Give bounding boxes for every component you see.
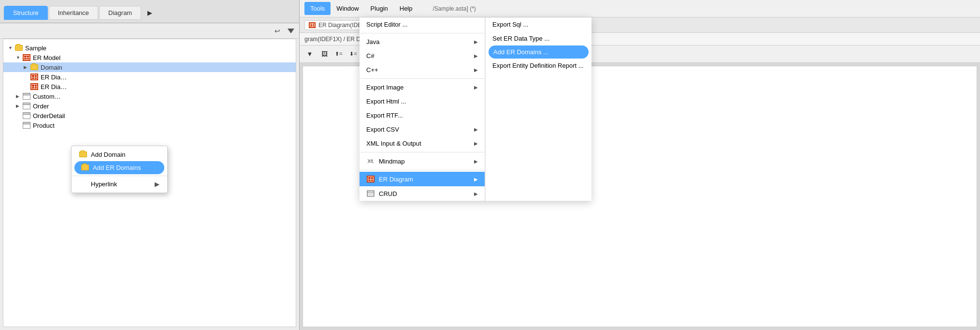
er-icon — [30, 73, 39, 81]
svg-line-4 — [372, 162, 374, 163]
dd-export-image[interactable]: Export Image ▶ — [360, 80, 485, 94]
menu-item-label: Add ER Domains — [93, 164, 141, 171]
arrow-icon — [24, 84, 29, 89]
menu-plugin[interactable]: Plugin — [365, 2, 394, 15]
arrow-icon: ▼ — [8, 45, 13, 50]
dd-label: Script Editor ... — [366, 21, 407, 28]
submenu-arrow-icon: ▶ — [474, 85, 478, 90]
sub-add-er-domains[interactable]: Add ER Domains ... — [489, 45, 589, 59]
dd-script-editor[interactable]: Script Editor ... — [360, 17, 485, 31]
folder-icon — [81, 165, 89, 171]
sub-label: Set ER Data Type ... — [492, 35, 549, 42]
tab-diagram[interactable]: Diagram — [99, 6, 141, 20]
context-hyperlink[interactable]: Hyperlink ▶ — [72, 178, 167, 191]
back-button[interactable]: ↩ — [272, 26, 283, 36]
table-icon — [22, 112, 31, 120]
arrow-icon: ▶ — [16, 104, 21, 108]
dd-sep1 — [360, 33, 485, 33]
left-panel: Structure Inheritance Diagram ▶ ↩ ▼ Samp… — [0, 0, 300, 330]
toolbar-arrow-btn[interactable]: ▼ — [303, 48, 316, 60]
dd-er-diagram[interactable]: ER Diagram ▶ — [360, 172, 485, 186]
sort-triangle-icon[interactable] — [288, 29, 294, 33]
dd-export-html[interactable]: Export Html ... — [360, 94, 485, 108]
table-icon — [22, 102, 31, 110]
item-label: ER Dia… — [41, 83, 67, 90]
tree-area: ▼ Sample ▼ ER Model ▶ Domain — [3, 39, 296, 327]
hyperlink-icon — [79, 181, 87, 188]
dd-csharp[interactable]: C# ▶ — [360, 49, 485, 63]
tab-more-arrow[interactable]: ▶ — [145, 8, 155, 18]
menu-separator — [72, 176, 167, 176]
arrow-icon — [16, 113, 21, 118]
crud-icon — [366, 190, 375, 197]
folder-icon — [14, 44, 23, 52]
arrow-icon — [16, 123, 21, 128]
context-add-domain[interactable]: Add Domain — [72, 148, 167, 161]
sub-set-er-data-type[interactable]: Set ER Data Type ... — [486, 31, 591, 45]
menu-window[interactable]: Window — [331, 2, 364, 15]
menu-item-label: Add Domain — [91, 151, 126, 158]
tree-item-orderdetail[interactable]: OrderDetail — [3, 111, 296, 120]
er-icon — [366, 175, 375, 183]
dd-label: ER Diagram — [379, 176, 413, 183]
dd-xml[interactable]: XML Input & Output ▶ — [360, 136, 485, 150]
submenu-arrow-icon: ▶ — [474, 39, 478, 45]
tree-item-er-diag1[interactable]: ER Dia… — [3, 72, 296, 82]
dd-sep3 — [360, 152, 485, 152]
menu-help[interactable]: Help — [394, 2, 418, 15]
submenu-arrow-icon: ▶ — [155, 180, 159, 188]
dd-label: CRUD — [379, 190, 397, 197]
item-label: ER Dia… — [41, 74, 67, 81]
tree-item-product[interactable]: Product — [3, 120, 296, 130]
arrow-icon: ▼ — [16, 55, 21, 60]
sub-export-entity[interactable]: Export Entity Definition Report ... — [486, 59, 591, 73]
dd-label: Export Html ... — [366, 98, 406, 105]
tab-inheritance[interactable]: Inheritance — [49, 6, 98, 20]
dd-sep4 — [360, 170, 485, 170]
toolbar-image-btn[interactable]: 🖼 — [318, 48, 331, 60]
svg-rect-0 — [369, 160, 372, 162]
menubar: Tools Window Plugin Help /Sample.asta] (… — [300, 0, 980, 17]
tree-item-er-model[interactable]: ▼ ER Model — [3, 53, 296, 62]
submenu-arrow-icon: ▶ — [474, 53, 478, 59]
dd-sep2 — [360, 78, 485, 79]
tree-item-order[interactable]: ▶ Order — [3, 101, 296, 111]
sub-label: Add ER Domains ... — [493, 48, 548, 56]
tree-item-er-diag2[interactable]: ER Dia… — [3, 82, 296, 91]
item-label: Order — [33, 103, 49, 110]
tab-structure[interactable]: Structure — [4, 6, 48, 20]
dd-crud[interactable]: CRUD ▶ — [360, 186, 485, 201]
submenu-arrow-icon: ▶ — [474, 191, 478, 196]
dd-label: C# — [366, 52, 375, 60]
menu-tools[interactable]: Tools — [304, 2, 331, 15]
dd-label: Export Image — [366, 84, 404, 91]
dd-mindmap[interactable]: Mindmap ▶ — [360, 154, 485, 168]
submenu-arrow-icon: ▶ — [474, 177, 478, 182]
er-icon — [30, 83, 39, 90]
toolbar-align-top-btn[interactable]: ⬆= — [332, 48, 345, 60]
dd-label: Export RTF... — [366, 112, 403, 119]
item-label: ER Model — [33, 54, 60, 61]
arrow-icon: ▶ — [24, 65, 29, 70]
context-add-er-domains[interactable]: Add ER Domains — [74, 161, 164, 174]
sub-menu-column: Export Sql ... Set ER Data Type ... Add … — [485, 17, 591, 201]
dd-export-rtf[interactable]: Export RTF... — [360, 108, 485, 122]
sub-export-sql[interactable]: Export Sql ... — [486, 17, 591, 31]
tab-bar: Structure Inheritance Diagram ▶ — [0, 0, 299, 23]
dd-export-csv[interactable]: Export CSV ▶ — [360, 122, 485, 136]
item-label: Product — [33, 122, 55, 129]
tree-item-domain[interactable]: ▶ Domain — [3, 62, 296, 72]
right-panel: Tools Window Plugin Help /Sample.asta] (… — [300, 0, 980, 330]
folder-icon — [30, 63, 39, 71]
tree-item-custom[interactable]: ▶ Custom… — [3, 91, 296, 101]
item-label: Custom… — [33, 93, 61, 100]
toolbar-align-mid-btn[interactable]: ⬇= — [347, 48, 360, 60]
submenu-arrow-icon: ▶ — [474, 141, 478, 146]
dd-label: Mindmap — [379, 158, 404, 165]
main-menu-column: Script Editor ... Java ▶ C# ▶ C++ ▶ Expo… — [360, 17, 485, 201]
table-icon — [22, 121, 31, 129]
dd-label: C++ — [366, 66, 378, 74]
tree-item-sample[interactable]: ▼ Sample — [3, 43, 296, 53]
dd-cpp[interactable]: C++ ▶ — [360, 63, 485, 77]
dd-java[interactable]: Java ▶ — [360, 35, 485, 49]
